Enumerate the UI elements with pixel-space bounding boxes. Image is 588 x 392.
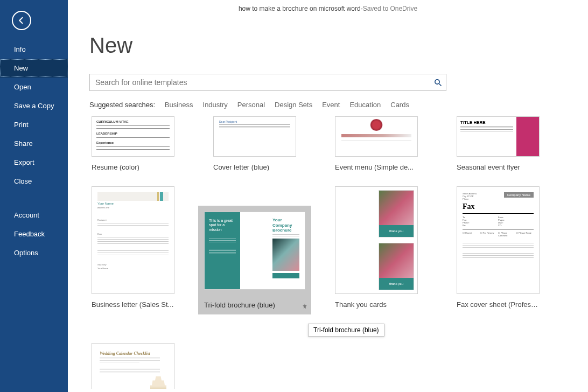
sidebar-item-new[interactable]: New	[0, 59, 68, 78]
search-icon	[434, 79, 442, 87]
template-gallery: CURRICULUM VITAE LEADERSHIP Experience R…	[72, 114, 578, 389]
template-seasonal-flyer[interactable]: TITLE HERE Seasonal event flyer	[437, 116, 559, 186]
tooltip: Tri-fold brochure (blue)	[308, 324, 384, 337]
sidebar-item-export[interactable]: Export	[0, 153, 68, 172]
backstage-sidebar: InfoNewOpenSave a CopyPrintShareExportCl…	[0, 0, 68, 392]
back-button[interactable]	[12, 11, 31, 30]
suggested-label: Suggested searches:	[89, 101, 155, 109]
suggested-education[interactable]: Education	[349, 101, 381, 109]
template-thank-you-cards[interactable]: thank you thank you Thank you cards	[316, 186, 437, 324]
suggested-personal[interactable]: Personal	[237, 101, 265, 109]
template-trifold-brochure-blue[interactable]: This is a great spot for a mission Your …	[194, 206, 316, 343]
sidebar-item-close[interactable]: Close	[0, 172, 68, 191]
pin-icon[interactable]	[302, 303, 308, 310]
template-caption: Thank you cards	[335, 300, 418, 309]
suggested-cards[interactable]: Cards	[390, 101, 409, 109]
back-arrow-icon	[17, 16, 26, 25]
template-event-menu[interactable]: Event menu (Simple de...	[316, 116, 437, 186]
suggested-event[interactable]: Event	[322, 101, 340, 109]
template-fax-cover-sheet[interactable]: Street AddressCity ST ZIPPhone Company N…	[437, 186, 559, 324]
sidebar-item-share[interactable]: Share	[0, 134, 68, 153]
sidebar-item-options[interactable]: Options	[0, 243, 68, 262]
save-status: Saved to OneDrive	[363, 5, 417, 12]
search-input[interactable]	[90, 74, 430, 90]
template-caption: Resume (color)	[92, 163, 174, 171]
template-caption: Cover letter (blue)	[213, 163, 296, 171]
template-search[interactable]	[89, 74, 446, 91]
sidebar-item-feedback[interactable]: Feedback	[0, 225, 68, 243]
page-title: New	[89, 33, 588, 58]
sidebar-item-print[interactable]: Print	[0, 115, 68, 134]
template-business-letter[interactable]: Your Name Address line Recipient Dear Si…	[72, 186, 194, 324]
template-caption: Event menu (Simple de...	[335, 163, 418, 171]
template-caption: Seasonal event flyer	[457, 163, 540, 171]
template-caption: Tri-fold brochure (blue)	[198, 296, 311, 314]
sidebar-item-info[interactable]: Info	[0, 40, 68, 59]
title-bar: how to make a brochure on microsoft word…	[68, 0, 588, 17]
suggested-industry[interactable]: Industry	[203, 101, 228, 109]
template-wedding-checklist[interactable]: Wedding Calendar Checklist	[72, 343, 194, 389]
search-button[interactable]	[430, 74, 446, 90]
suggested-business[interactable]: Business	[165, 101, 193, 109]
sidebar-item-save-a-copy[interactable]: Save a Copy	[0, 96, 68, 115]
suggested-design-sets[interactable]: Design Sets	[275, 101, 312, 109]
template-resume-color[interactable]: CURRICULUM VITAE LEADERSHIP Experience R…	[72, 116, 194, 186]
template-cover-letter-blue[interactable]: Dear Recipient Cover letter (blue)	[194, 116, 316, 186]
template-caption: Fax cover sheet (Profess...	[457, 300, 540, 309]
sidebar-item-account[interactable]: Account	[0, 206, 68, 225]
document-title: how to make a brochure on microsoft word	[239, 5, 361, 12]
suggested-searches: Suggested searches: BusinessIndustryPers…	[89, 101, 588, 109]
svg-point-0	[435, 79, 439, 83]
template-caption: Business letter (Sales St...	[92, 300, 174, 309]
sidebar-item-open[interactable]: Open	[0, 78, 68, 96]
main-panel: how to make a brochure on microsoft word…	[68, 0, 588, 392]
